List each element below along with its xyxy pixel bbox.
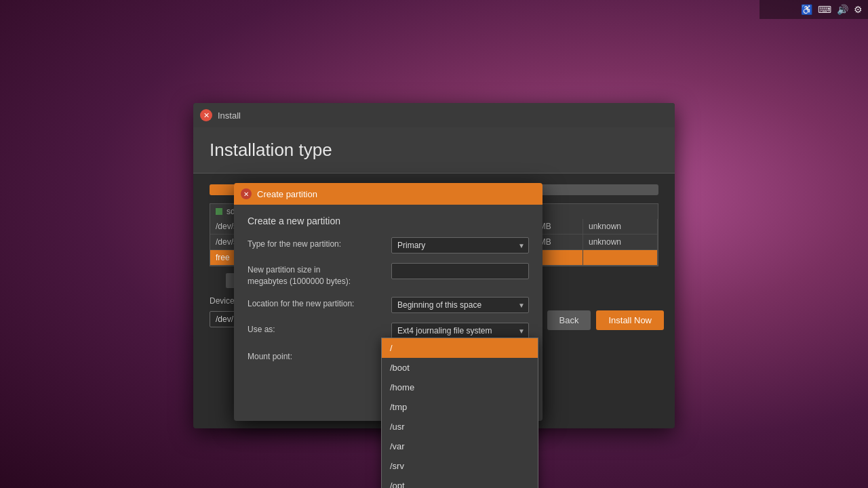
window-close-button[interactable]: ✕ [200, 109, 212, 121]
bottom-buttons: Back Install Now [547, 310, 664, 330]
mount-point-label: Mount point: [248, 350, 383, 363]
mount-point-dropdown: / /boot /home /tmp /usr /var /srv /opt /… [381, 338, 538, 488]
window-title: Install [218, 110, 241, 121]
partition-used: unknown [583, 235, 658, 249]
size-row: New partition size inmegabytes (1000000 … [248, 263, 529, 287]
dropdown-item-tmp[interactable]: /tmp [382, 397, 538, 417]
partition-location-select[interactable]: Beginning of this space End of this spac… [391, 297, 529, 313]
partition-used [583, 250, 658, 265]
dropdown-item-srv[interactable]: /srv [382, 456, 538, 476]
location-row: Location for the new partition: Beginnin… [248, 297, 529, 313]
dropdown-item-boot[interactable]: /boot [382, 358, 538, 378]
partition-type-select[interactable]: Primary Logical [391, 237, 529, 253]
keyboard-icon[interactable]: ⌨ [818, 4, 831, 15]
window-header: Installation type [193, 127, 675, 174]
dialog-title: Create partition [257, 189, 317, 199]
dialog-titlebar: ✕ Create partition [234, 183, 542, 205]
location-label: Location for the new partition: [248, 297, 383, 310]
dialog-close-button[interactable]: ✕ [241, 188, 252, 199]
page-title: Installation type [210, 140, 658, 161]
dropdown-item-root[interactable]: / [382, 338, 538, 358]
type-row: Type for the new partition: Primary Logi… [248, 237, 529, 253]
dropdown-item-home[interactable]: /home [382, 378, 538, 397]
volume-icon[interactable]: 🔊 [837, 4, 848, 15]
partition-used: unknown [583, 219, 658, 234]
taskbar: ♿ ⌨ 🔊 ⚙ [760, 0, 868, 19]
accessibility-icon[interactable]: ♿ [801, 4, 812, 15]
use-as-row: Use as: Ext4 journaling file system Ext3… [248, 323, 529, 339]
size-label: New partition size inmegabytes (1000000 … [248, 263, 383, 287]
use-as-select-wrapper: Ext4 journaling file system Ext3 journal… [391, 323, 529, 339]
use-as-label: Use as: [248, 323, 383, 336]
use-as-select[interactable]: Ext4 journaling file system Ext3 journal… [391, 323, 529, 339]
location-select-wrapper: Beginning of this space End of this spac… [391, 297, 529, 313]
partition-size-input[interactable] [391, 263, 529, 279]
dropdown-item-opt[interactable]: /opt [382, 476, 538, 488]
dropdown-item-usr[interactable]: /usr [382, 417, 538, 436]
settings-icon[interactable]: ⚙ [854, 4, 863, 15]
type-label: Type for the new partition: [248, 237, 383, 250]
dialog-subtitle: Create a new partition [248, 216, 529, 226]
back-button[interactable]: Back [547, 310, 591, 330]
window-titlebar: ✕ Install [193, 103, 675, 127]
install-now-button[interactable]: Install Now [596, 310, 664, 330]
sda-indicator [216, 208, 222, 215]
dropdown-item-var[interactable]: /var [382, 436, 538, 456]
type-select-wrapper: Primary Logical ▼ [391, 237, 529, 253]
